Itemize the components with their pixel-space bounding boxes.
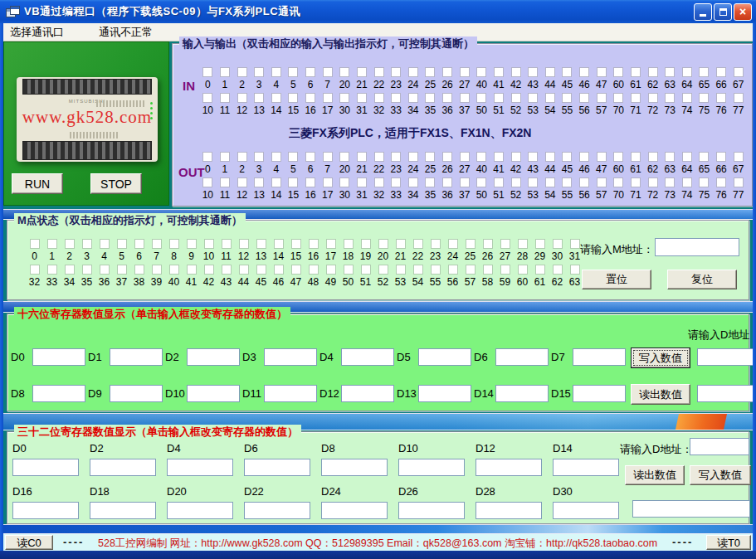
m-indicator-led[interactable] bbox=[134, 265, 144, 275]
out-indicator-led[interactable] bbox=[323, 152, 333, 162]
out-indicator-led[interactable] bbox=[631, 177, 641, 187]
in-indicator-led[interactable] bbox=[648, 67, 658, 77]
in-indicator-led[interactable] bbox=[460, 67, 470, 77]
register-d20-input[interactable] bbox=[167, 502, 233, 519]
register-d8-input[interactable] bbox=[32, 385, 85, 402]
m-indicator-led[interactable] bbox=[187, 265, 197, 275]
in-indicator-led[interactable] bbox=[202, 93, 212, 103]
out-indicator-led[interactable] bbox=[579, 152, 589, 162]
reset-button[interactable]: 复位 bbox=[667, 270, 737, 289]
out-indicator-led[interactable] bbox=[665, 177, 675, 187]
in-indicator-led[interactable] bbox=[305, 67, 315, 77]
m-indicator-led[interactable] bbox=[187, 239, 197, 249]
out-indicator-led[interactable] bbox=[494, 152, 504, 162]
in-indicator-led[interactable] bbox=[716, 67, 726, 77]
m-indicator-led[interactable] bbox=[256, 239, 266, 249]
in-indicator-led[interactable] bbox=[613, 93, 623, 103]
out-indicator-led[interactable] bbox=[545, 177, 555, 187]
out-indicator-led[interactable] bbox=[220, 177, 230, 187]
register-d15-input[interactable] bbox=[573, 385, 626, 402]
m-indicator-led[interactable] bbox=[30, 239, 40, 249]
register-d10-input[interactable] bbox=[398, 459, 465, 476]
m-indicator-led[interactable] bbox=[483, 265, 493, 275]
out-indicator-led[interactable] bbox=[682, 152, 692, 162]
m-indicator-led[interactable] bbox=[361, 265, 371, 275]
m-indicator-led[interactable] bbox=[518, 265, 528, 275]
in-indicator-led[interactable] bbox=[528, 67, 538, 77]
in-indicator-led[interactable] bbox=[323, 93, 333, 103]
m-indicator-led[interactable] bbox=[100, 265, 110, 275]
m-indicator-led[interactable] bbox=[448, 239, 458, 249]
m-indicator-led[interactable] bbox=[47, 239, 57, 249]
out-indicator-led[interactable] bbox=[476, 177, 486, 187]
in-indicator-led[interactable] bbox=[631, 67, 641, 77]
m-indicator-led[interactable] bbox=[291, 265, 301, 275]
in-indicator-led[interactable] bbox=[271, 67, 281, 77]
out-indicator-led[interactable] bbox=[460, 152, 470, 162]
m-indicator-led[interactable] bbox=[570, 265, 580, 275]
out-indicator-led[interactable] bbox=[425, 152, 435, 162]
m-indicator-led[interactable] bbox=[413, 265, 423, 275]
register-d3-input[interactable] bbox=[264, 348, 317, 366]
out-indicator-led[interactable] bbox=[682, 177, 692, 187]
in-indicator-led[interactable] bbox=[408, 67, 418, 77]
out-indicator-led[interactable] bbox=[562, 177, 572, 187]
in-indicator-led[interactable] bbox=[665, 67, 675, 77]
in-indicator-led[interactable] bbox=[716, 93, 726, 103]
out-indicator-led[interactable] bbox=[237, 177, 247, 187]
reg32-result-input[interactable] bbox=[632, 500, 750, 518]
out-indicator-led[interactable] bbox=[202, 152, 212, 162]
stop-button[interactable]: STOP bbox=[90, 173, 142, 194]
out-indicator-led[interactable] bbox=[511, 152, 521, 162]
m-indicator-led[interactable] bbox=[204, 239, 214, 249]
register-d22-input[interactable] bbox=[244, 502, 310, 519]
m-indicator-led[interactable] bbox=[326, 239, 336, 249]
write-address-input-16[interactable] bbox=[697, 348, 754, 366]
register-d30-input[interactable] bbox=[553, 502, 619, 519]
m-indicator-led[interactable] bbox=[466, 265, 476, 275]
m-indicator-led[interactable] bbox=[117, 265, 127, 275]
out-indicator-led[interactable] bbox=[220, 152, 230, 162]
out-indicator-led[interactable] bbox=[734, 152, 744, 162]
out-indicator-led[interactable] bbox=[408, 152, 418, 162]
out-indicator-led[interactable] bbox=[579, 177, 589, 187]
out-indicator-led[interactable] bbox=[305, 177, 315, 187]
m-indicator-led[interactable] bbox=[466, 239, 476, 249]
in-indicator-led[interactable] bbox=[425, 67, 435, 77]
m-indicator-led[interactable] bbox=[274, 265, 284, 275]
out-indicator-led[interactable] bbox=[545, 152, 555, 162]
register-d18-input[interactable] bbox=[90, 502, 156, 519]
m-indicator-led[interactable] bbox=[570, 239, 580, 249]
register-d12-input[interactable] bbox=[476, 459, 542, 476]
in-indicator-led[interactable] bbox=[442, 93, 452, 103]
d-address-input-32[interactable] bbox=[690, 438, 749, 455]
register-d2-input[interactable] bbox=[90, 459, 156, 476]
m-indicator-led[interactable] bbox=[431, 239, 441, 249]
out-indicator-led[interactable] bbox=[716, 152, 726, 162]
write-value-button-32[interactable]: 写入数值 bbox=[690, 465, 751, 485]
out-indicator-led[interactable] bbox=[425, 177, 435, 187]
out-indicator-led[interactable] bbox=[511, 177, 521, 187]
m-indicator-led[interactable] bbox=[169, 239, 179, 249]
m-indicator-led[interactable] bbox=[100, 239, 110, 249]
out-indicator-led[interactable] bbox=[323, 177, 333, 187]
m-indicator-led[interactable] bbox=[152, 239, 162, 249]
out-indicator-led[interactable] bbox=[288, 177, 298, 187]
out-indicator-led[interactable] bbox=[476, 152, 486, 162]
m-indicator-led[interactable] bbox=[309, 265, 319, 275]
register-d6-input[interactable] bbox=[495, 348, 549, 366]
maximize-button[interactable] bbox=[714, 3, 732, 21]
out-indicator-led[interactable] bbox=[305, 152, 315, 162]
in-indicator-led[interactable] bbox=[648, 93, 658, 103]
in-indicator-led[interactable] bbox=[528, 93, 538, 103]
m-indicator-led[interactable] bbox=[82, 265, 92, 275]
m-indicator-led[interactable] bbox=[518, 239, 528, 249]
out-indicator-led[interactable] bbox=[254, 177, 264, 187]
out-indicator-led[interactable] bbox=[528, 177, 538, 187]
in-indicator-led[interactable] bbox=[494, 93, 504, 103]
out-indicator-led[interactable] bbox=[699, 177, 709, 187]
m-indicator-led[interactable] bbox=[326, 265, 336, 275]
out-indicator-led[interactable] bbox=[339, 152, 349, 162]
in-indicator-led[interactable] bbox=[665, 93, 675, 103]
out-indicator-led[interactable] bbox=[597, 177, 607, 187]
